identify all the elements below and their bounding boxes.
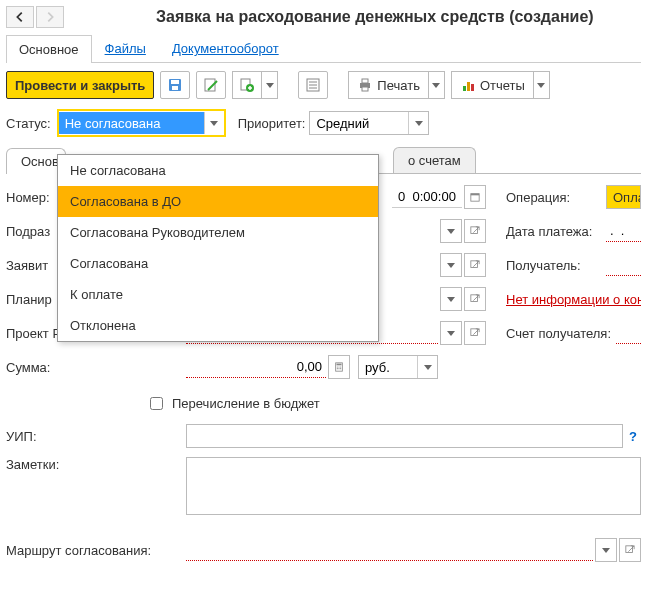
create-based-on-icon: [239, 77, 255, 93]
paydate-label: Дата платежа:: [506, 224, 606, 239]
plan-open-button[interactable]: [464, 287, 486, 311]
budget-checkbox[interactable]: [150, 397, 163, 410]
create-based-on-dropdown[interactable]: [262, 71, 278, 99]
route-open-button[interactable]: [619, 538, 641, 562]
svg-rect-2: [172, 86, 178, 90]
tab-main[interactable]: Основное: [6, 35, 92, 63]
status-option[interactable]: Отклонена: [58, 310, 378, 341]
svg-point-26: [340, 366, 341, 367]
recipient-label: Получатель:: [506, 258, 606, 273]
caret-down-icon: [447, 263, 455, 268]
print-dropdown[interactable]: [429, 71, 445, 99]
uip-input[interactable]: [186, 424, 623, 448]
open-icon: [625, 545, 635, 555]
save-icon: [167, 77, 183, 93]
notes-label: Заметки:: [6, 457, 186, 472]
subdiv-open-button[interactable]: [464, 219, 486, 243]
uip-help-button[interactable]: ?: [625, 429, 641, 444]
caret-down-icon: [266, 83, 274, 88]
sum-label: Сумма:: [6, 360, 186, 375]
currency-input[interactable]: [359, 356, 417, 378]
svg-rect-20: [471, 295, 478, 302]
route-label: Маршрут согласования:: [6, 543, 186, 558]
project-dropdown-button[interactable]: [440, 321, 462, 345]
tab-files[interactable]: Файлы: [92, 34, 159, 62]
create-based-on-button[interactable]: [232, 71, 262, 99]
status-label: Статус:: [6, 116, 51, 131]
nav-forward-button[interactable]: [36, 6, 64, 28]
subdiv-dropdown-button[interactable]: [440, 219, 462, 243]
doc-tab-accounts[interactable]: о счетам: [393, 147, 476, 173]
status-input[interactable]: [59, 112, 204, 134]
page-title: Заявка на расходование денежных средств …: [156, 8, 594, 26]
status-option[interactable]: К оплате: [58, 279, 378, 310]
paydate-input[interactable]: [606, 220, 641, 242]
arrow-left-icon: [13, 10, 27, 24]
status-option[interactable]: Не согласована: [58, 155, 378, 186]
caret-down-icon: [415, 121, 423, 126]
open-icon: [470, 260, 480, 270]
caret-down-icon: [537, 83, 545, 88]
status-dropdown-button[interactable]: [204, 112, 224, 134]
number-time-input[interactable]: [392, 186, 462, 208]
route-dropdown-button[interactable]: [595, 538, 617, 562]
recipient-input[interactable]: [606, 254, 641, 276]
save-button[interactable]: [160, 71, 190, 99]
svg-rect-18: [471, 227, 478, 234]
print-label: Печать: [377, 78, 420, 93]
svg-point-25: [338, 366, 339, 367]
account-input[interactable]: [616, 322, 641, 344]
svg-rect-11: [362, 79, 368, 83]
reports-icon: [460, 77, 476, 93]
open-icon: [470, 294, 480, 304]
svg-point-28: [338, 368, 339, 369]
print-icon: [357, 77, 373, 93]
svg-rect-15: [471, 84, 474, 91]
svg-rect-17: [471, 194, 479, 196]
status-option[interactable]: Согласована Руководителем: [58, 217, 378, 248]
post-and-close-button[interactable]: Провести и закрыть: [6, 71, 154, 99]
post-button[interactable]: [196, 71, 226, 99]
caret-down-icon: [447, 297, 455, 302]
plan-dropdown-button[interactable]: [440, 287, 462, 311]
svg-point-27: [337, 368, 338, 369]
caret-down-icon: [447, 331, 455, 336]
list-button[interactable]: [298, 71, 328, 99]
print-button[interactable]: Печать: [348, 71, 429, 99]
svg-point-29: [340, 368, 341, 369]
route-input[interactable]: [186, 539, 593, 561]
status-option[interactable]: Согласована в ДО: [58, 186, 378, 217]
svg-rect-19: [471, 261, 478, 268]
reports-dropdown[interactable]: [534, 71, 550, 99]
operation-value[interactable]: Оплата п: [606, 185, 641, 209]
uip-label: УИП:: [6, 429, 186, 444]
list-icon: [305, 77, 321, 93]
view-tabs: Основное Файлы Документооборот: [6, 34, 641, 63]
sum-input[interactable]: [186, 356, 326, 378]
applicant-dropdown-button[interactable]: [440, 253, 462, 277]
calendar-icon: [470, 192, 480, 202]
status-field-highlight: [57, 109, 226, 137]
no-contractor-info-link[interactable]: Нет информации о контраг: [506, 292, 641, 307]
notes-textarea[interactable]: [186, 457, 641, 515]
project-open-button[interactable]: [464, 321, 486, 345]
nav-back-button[interactable]: [6, 6, 34, 28]
budget-label: Перечисление в бюджет: [172, 396, 320, 411]
applicant-open-button[interactable]: [464, 253, 486, 277]
priority-input[interactable]: [310, 112, 408, 134]
account-label: Счет получателя:: [506, 326, 616, 341]
currency-dropdown-button[interactable]: [417, 356, 437, 378]
svg-rect-21: [471, 329, 478, 336]
calculator-button[interactable]: [328, 355, 350, 379]
reports-button[interactable]: Отчеты: [451, 71, 534, 99]
caret-down-icon: [602, 548, 610, 553]
tab-docflow[interactable]: Документооборот: [159, 34, 292, 62]
status-dropdown-list: Не согласована Согласована в ДО Согласов…: [57, 154, 379, 342]
status-option[interactable]: Согласована: [58, 248, 378, 279]
post-icon: [203, 77, 219, 93]
caret-down-icon: [447, 229, 455, 234]
priority-label: Приоритет:: [238, 116, 306, 131]
priority-dropdown-button[interactable]: [408, 112, 428, 134]
date-picker-button[interactable]: [464, 185, 486, 209]
svg-rect-14: [467, 82, 470, 91]
